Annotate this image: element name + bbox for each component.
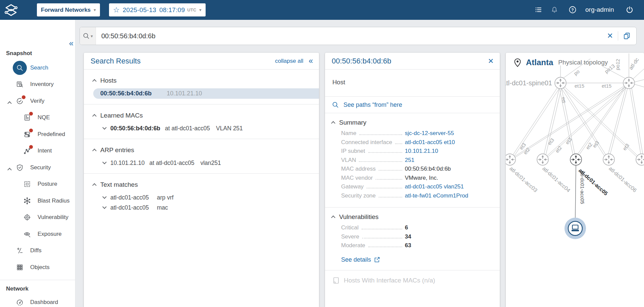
chevron-down-icon [102, 125, 107, 130]
vuln-count: 6 [405, 224, 408, 231]
snapshot-selector[interactable]: ☆ 2025-05-13 08:17:09 UTC ▾ [109, 3, 206, 16]
copy-icon[interactable] [623, 32, 631, 40]
arp-entries-header[interactable]: ARP entries [84, 142, 319, 158]
router-node-edge[interactable] [636, 154, 644, 165]
book-icon [332, 277, 340, 284]
chevron-up-icon [331, 121, 335, 125]
sidebar-item-predefined[interactable]: Predefined [0, 126, 75, 143]
sidebar-item-vulnerability[interactable]: Vulnerability [0, 209, 75, 226]
logout-power-icon[interactable] [625, 5, 634, 14]
router-node-spine01[interactable] [555, 77, 566, 89]
router-node-spine02[interactable] [623, 77, 635, 89]
access-node-label: atl-dc01-acc04 [541, 166, 571, 193]
objects-grid-icon [16, 264, 23, 271]
access-node-label: atl-dc01-acc06 [608, 166, 638, 193]
field-value-link[interactable]: atl-dc01-acc05 et10 [405, 139, 455, 146]
search-input[interactable] [96, 32, 607, 40]
vulnerability-row: Moderate63 [341, 242, 492, 251]
see-paths-action[interactable]: See paths “from” here [325, 97, 500, 113]
current-user[interactable]: org-admin [585, 6, 614, 13]
topology-site-name[interactable]: Atlanta [526, 58, 553, 67]
sidebar-item-diffs[interactable]: Diffs [0, 243, 75, 259]
collapse-all-link[interactable]: collapse all [275, 58, 303, 64]
arp-entry-row[interactable]: 10.101.21.10 at atl-dc01-acc05 vlan251 [84, 158, 319, 168]
hosts-section-header[interactable]: Hosts [84, 73, 319, 88]
field-value-link[interactable]: 10.101.21.10 [405, 148, 438, 155]
summary-field: VLAN251 [341, 157, 492, 166]
sidebar-divider [0, 280, 75, 280]
chevron-up-icon [92, 79, 97, 83]
field-value-link[interactable]: 251 [405, 157, 414, 164]
host-node[interactable] [565, 218, 586, 239]
text-matches-header[interactable]: Text matches [84, 177, 319, 192]
sidebar-collapse-icon[interactable]: « [69, 39, 73, 47]
sidebar-section-snapshot: Snapshot [0, 50, 75, 57]
edge-label: et15 [602, 83, 611, 89]
see-details-link[interactable]: See details [341, 256, 492, 263]
global-search-bar: ▾ ✕ [79, 27, 637, 45]
location-pin-icon [513, 58, 522, 67]
field-value-link[interactable]: atl-dc01-acc05 vlan251 [405, 183, 464, 190]
collapse-panel-icon[interactable]: « [309, 57, 313, 65]
vulnerability-row: Severe34 [341, 233, 492, 243]
sidebar-item-intent[interactable]: Intent [0, 143, 75, 160]
router-node-acc06[interactable] [603, 154, 614, 165]
sidebar-item-objects[interactable]: Objects [0, 259, 75, 276]
summary-field: Security zoneatl-te-fw01 eComm1Prod [341, 192, 492, 202]
learned-mac-row[interactable]: 00:50:56:b4:0d:6b at atl-dc01-acc05 VLAN… [84, 123, 319, 133]
sidebar-item-verify[interactable]: Verify [0, 93, 75, 109]
vulnerabilities-header[interactable]: Vulnerabilities [332, 213, 492, 221]
topology-canvas[interactable]: et15 et15 po12 po13 po et5 et3 et2 et3 e… [506, 53, 644, 307]
sidebar-item-posture[interactable]: Posture [0, 176, 75, 193]
sidebar-item-nqe[interactable]: NQE [0, 109, 75, 126]
sidebar-item-dashboard[interactable]: Dashboard [0, 294, 75, 307]
sidebar-item-blast-radius[interactable]: Blast Radius [0, 192, 75, 209]
detail-title: 00:50:56:b4:0d:6b [332, 57, 391, 65]
text-match-row[interactable]: atl-dc01-acc05 arp vrf [84, 192, 319, 203]
help-icon[interactable]: ? [568, 5, 577, 14]
sidebar-item-exposure[interactable]: Exposure [0, 226, 75, 243]
divider [618, 31, 618, 41]
sidebar-item-search[interactable]: Search [0, 59, 75, 76]
chevron-down-icon [102, 205, 107, 209]
notifications-bell-icon[interactable] [550, 5, 559, 14]
clear-search-icon[interactable]: ✕ [607, 32, 613, 40]
chevron-up-icon [92, 114, 97, 118]
field-value: 00:50:56:b4:0d:6b [405, 166, 451, 172]
summary-field: MAC vendorVMware, Inc. [341, 175, 492, 184]
learned-macs-header[interactable]: Learned MACs [84, 108, 319, 123]
host-link [575, 166, 576, 221]
field-value-link[interactable]: sjc-dc-12-server-55 [405, 130, 454, 137]
exposure-eye-icon [23, 230, 31, 238]
org-selector[interactable]: Forward Networks ▾ [37, 3, 100, 16]
alert-badge [29, 112, 33, 116]
sidebar-item-inventory[interactable]: Inventory [0, 76, 75, 93]
tasks-list-icon[interactable] [534, 5, 543, 14]
close-icon[interactable]: ✕ [488, 57, 494, 64]
router-node-acc04[interactable] [537, 154, 548, 165]
router-node-acc03[interactable] [506, 154, 516, 165]
vulnerabilities-section: Vulnerabilities Critical6 Severe34 Moder… [325, 208, 500, 270]
snapshot-time: 08:17:09 [159, 6, 185, 14]
field-value-link[interactable]: atl-te-fw01 eComm1Prod [405, 192, 468, 199]
edge-label: et3 [591, 140, 600, 149]
search-results-panel: Search Results collapse all « Hosts 00:5… [84, 53, 319, 307]
top-bar: Forward Networks ▾ ☆ 2025-05-13 08:17:09… [0, 0, 644, 20]
host-result-row-selected[interactable]: 00:50:56:b4:0d:6b 10.101.21.10 [93, 88, 319, 99]
host-ip: 10.101.21.10 [167, 90, 202, 97]
search-results-title: Search Results [91, 57, 141, 65]
sidebar-item-security[interactable]: Security [0, 159, 75, 176]
vuln-count: 63 [405, 242, 411, 249]
vuln-count: 34 [405, 233, 411, 240]
inventory-icon [16, 81, 23, 88]
text-match-row[interactable]: atl-dc01-acc05 mac [84, 203, 319, 213]
summary-field: Gatewayatl-dc01-acc05 vlan251 [341, 183, 492, 192]
summary-header[interactable]: Summary [332, 119, 492, 126]
summary-field: Connected interfaceatl-dc01-acc05 et10 [341, 139, 492, 148]
host-detail-panel: 00:50:56:b4:0d:6b ✕ Host See paths “from… [325, 53, 500, 307]
search-type-selector[interactable]: ▾ [80, 27, 96, 45]
summary-field: MAC address00:50:56:b4:0d:6b [341, 166, 492, 175]
sidebar-section-network: Network [0, 286, 75, 292]
chevron-down-icon: ▾ [94, 7, 96, 12]
router-node-acc05-highlighted[interactable] [570, 154, 582, 165]
